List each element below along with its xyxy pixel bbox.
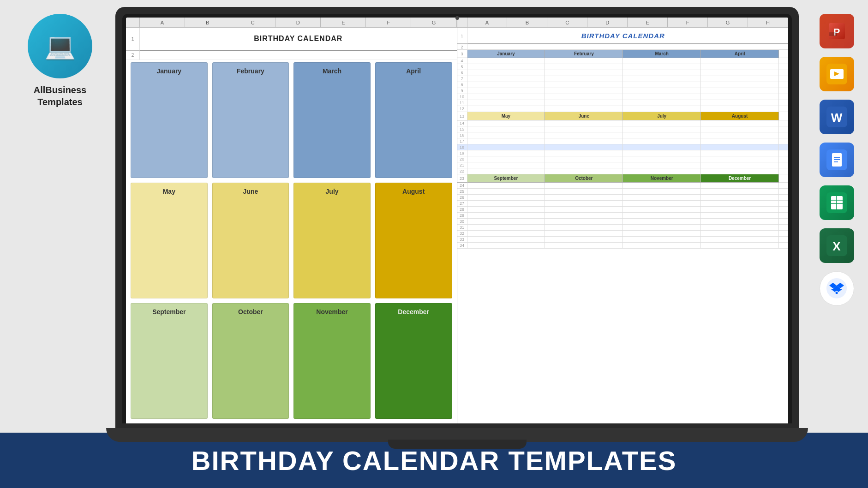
svg-rect-12 bbox=[834, 159, 840, 160]
laptop-bezel: A B C D E F G 1 BIRTHDAY CALENDAR bbox=[122, 14, 792, 423]
left-col-headers: A B C D E F G bbox=[126, 18, 457, 28]
svg-rect-11 bbox=[834, 157, 840, 158]
svg-text:X: X bbox=[832, 239, 841, 253]
google-sheets-icon[interactable] bbox=[820, 185, 854, 220]
row-num-col-spacer bbox=[126, 18, 140, 27]
month-december: December bbox=[375, 303, 452, 419]
rcol-c: C bbox=[547, 18, 587, 27]
logo-icon: 💻 bbox=[44, 31, 76, 61]
month-july: July bbox=[293, 183, 371, 298]
left-title-cell: BIRTHDAY CALENDAR bbox=[140, 28, 457, 51]
col-a: A bbox=[140, 18, 185, 27]
month-april: April bbox=[375, 62, 452, 178]
svg-text:W: W bbox=[831, 111, 843, 125]
col-c: C bbox=[230, 18, 275, 27]
right-grid: 1 BIRTHDAY CALENDAR 23JanuaryFebruaryMar… bbox=[457, 28, 789, 423]
left-months-grid: January February March April May June Ju… bbox=[126, 60, 457, 423]
rcol-f: F bbox=[668, 18, 708, 27]
col-f: F bbox=[366, 18, 411, 27]
month-september: September bbox=[131, 303, 208, 419]
bottom-banner-text: BIRTHDAY CALENDAR TEMPLATES bbox=[192, 445, 677, 476]
left-spreadsheet: A B C D E F G 1 BIRTHDAY CALENDAR bbox=[126, 18, 457, 423]
col-d: D bbox=[275, 18, 321, 27]
rcol-e: E bbox=[628, 18, 668, 27]
month-january: January bbox=[131, 62, 208, 178]
month-june: June bbox=[212, 183, 289, 298]
laptop-notch bbox=[388, 440, 527, 449]
right-col-headers: A B C D E F G H bbox=[457, 18, 789, 28]
google-docs-icon[interactable] bbox=[820, 143, 854, 177]
left-sheet-inner: 1 BIRTHDAY CALENDAR 2 January bbox=[126, 28, 457, 423]
svg-text:P: P bbox=[833, 26, 840, 38]
right-icons-panel: P W bbox=[820, 14, 854, 306]
month-february: February bbox=[212, 62, 289, 178]
word-icon[interactable]: W bbox=[820, 100, 854, 134]
col-e: E bbox=[321, 18, 366, 27]
logo-area: 💻 AllBusiness Templates bbox=[14, 14, 106, 108]
rcol-g: G bbox=[708, 18, 748, 27]
right-spreadsheet: A B C D E F G H 1 BIRTHDAY CALENDAR 23Ja… bbox=[457, 18, 789, 423]
month-august: August bbox=[375, 183, 452, 298]
month-march: March bbox=[293, 62, 371, 178]
rcol-h: H bbox=[748, 18, 788, 27]
rcol-b: B bbox=[507, 18, 547, 27]
rcol-d: D bbox=[587, 18, 628, 27]
months-row-1: January February March April bbox=[131, 62, 452, 178]
laptop-screen: A B C D E F G 1 BIRTHDAY CALENDAR bbox=[126, 18, 788, 423]
month-november: November bbox=[293, 303, 371, 419]
dropbox-icon[interactable] bbox=[820, 271, 854, 306]
laptop: A B C D E F G 1 BIRTHDAY CALENDAR bbox=[115, 7, 799, 428]
month-may: May bbox=[131, 183, 208, 298]
laptop-body: A B C D E F G 1 BIRTHDAY CALENDAR bbox=[115, 7, 799, 428]
months-row-3: September October November December bbox=[131, 303, 452, 419]
logo-text: AllBusiness Templates bbox=[34, 84, 86, 108]
month-october: October bbox=[212, 303, 289, 419]
left-title-section: 1 BIRTHDAY CALENDAR bbox=[126, 28, 457, 51]
laptop-camera bbox=[455, 16, 459, 20]
google-slides-icon[interactable] bbox=[820, 57, 854, 91]
excel-icon[interactable]: X bbox=[820, 228, 854, 263]
left-spacer-row: 2 bbox=[126, 51, 457, 60]
col-g: G bbox=[411, 18, 456, 27]
svg-rect-13 bbox=[834, 161, 838, 162]
col-b: B bbox=[185, 18, 230, 27]
logo-circle: 💻 bbox=[28, 14, 92, 78]
powerpoint-icon[interactable]: P bbox=[820, 14, 854, 48]
title-row-num: 1 bbox=[126, 28, 140, 51]
rcol-a: A bbox=[467, 18, 508, 27]
svg-rect-3 bbox=[829, 32, 837, 36]
months-row-2: May June July August bbox=[131, 183, 452, 298]
spacer-cells bbox=[140, 51, 457, 60]
spacer-row-num: 2 bbox=[126, 51, 140, 60]
svg-point-27 bbox=[836, 292, 838, 294]
